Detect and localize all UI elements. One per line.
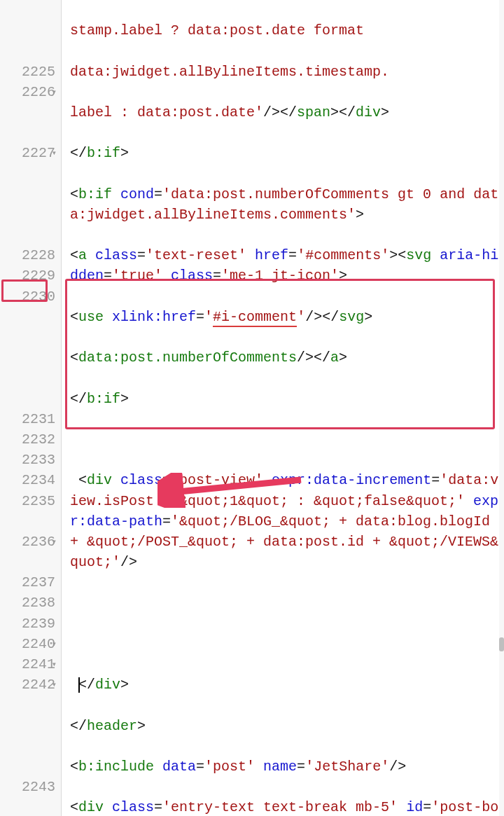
line-number xyxy=(0,20,55,41)
link-text[interactable]: #i-comment xyxy=(213,309,297,327)
line-number xyxy=(0,368,55,388)
line-number xyxy=(0,756,55,777)
line-number xyxy=(0,389,55,409)
line-number: 2243 xyxy=(0,777,55,797)
code-line[interactable] xyxy=(70,634,504,654)
line-number xyxy=(0,511,55,532)
code-line[interactable] xyxy=(70,429,504,450)
line-number[interactable]: 2236 xyxy=(0,532,55,552)
line-number xyxy=(0,205,55,225)
line-number xyxy=(0,347,55,368)
code-line[interactable]: <use xlink:href='#i-comment'/></svg> xyxy=(70,307,504,327)
code-line[interactable]: label : data:post.date'/></span></div> xyxy=(70,102,504,123)
line-number[interactable]: 2240 xyxy=(0,634,55,654)
line-number: 2239 xyxy=(0,614,55,634)
line-number[interactable]: 2242 xyxy=(0,675,55,695)
line-number xyxy=(0,102,55,123)
code-line[interactable]: <div class='entry-text text-break mb-5' … xyxy=(70,797,504,816)
line-number xyxy=(0,123,55,143)
code-editor: 2225 2226 2227 2228 2229 2230 2231 2232 … xyxy=(0,0,504,816)
line-number: 2235 xyxy=(0,491,55,511)
line-number[interactable]: 2227 xyxy=(0,143,55,163)
line-number: 2228 xyxy=(0,245,55,265)
line-number xyxy=(0,327,55,347)
line-number: 2232 xyxy=(0,429,55,450)
line-number: 2234 xyxy=(0,470,55,490)
line-number: 2238 xyxy=(0,593,55,613)
code-line[interactable]: <data:post.numberOfComments/></a> xyxy=(70,347,504,368)
line-number: 2225 xyxy=(0,62,55,82)
line-number xyxy=(0,0,55,20)
line-number: 2231 xyxy=(0,409,55,429)
code-line[interactable]: <b:include data='post' name='JetShare'/> xyxy=(70,756,504,777)
line-number: 2233 xyxy=(0,450,55,470)
code-line[interactable]: stamp.label ? data:post.date format xyxy=(70,20,504,41)
line-number: 2229 xyxy=(0,265,55,286)
line-number xyxy=(0,225,55,245)
code-line[interactable]: </header> xyxy=(70,716,504,736)
code-line[interactable]: </b:if> xyxy=(70,143,504,163)
line-number xyxy=(0,184,55,205)
scrollbar-thumb[interactable] xyxy=(499,637,504,651)
code-line[interactable]: </div> xyxy=(70,675,504,695)
code-line[interactable]: <b:if cond='data:post.numberOfComments g… xyxy=(70,184,504,225)
code-line-highlighted[interactable]: <div class='post-view' expr:data-increme… xyxy=(70,470,504,572)
line-number xyxy=(0,736,55,756)
vertical-scrollbar[interactable] xyxy=(499,0,504,816)
line-number xyxy=(0,164,55,184)
line-number xyxy=(0,695,55,715)
line-number[interactable]: 2226 xyxy=(0,82,55,102)
code-line[interactable] xyxy=(70,593,504,613)
line-number-gutter: 2225 2226 2227 2228 2229 2230 2231 2232 … xyxy=(0,0,62,816)
line-number[interactable]: 2241 xyxy=(0,654,55,675)
line-number: 2230 xyxy=(0,286,55,307)
code-area[interactable]: stamp.label ? data:post.date format data… xyxy=(62,0,504,816)
line-number xyxy=(0,716,55,736)
line-number xyxy=(0,552,55,572)
code-line[interactable]: <a class='text-reset' href='#comments'><… xyxy=(70,245,504,286)
line-number xyxy=(0,307,55,327)
code-line[interactable]: </b:if> xyxy=(70,389,504,409)
line-number xyxy=(0,41,55,61)
line-number: 2237 xyxy=(0,572,55,593)
code-line[interactable]: data:jwidget.allBylineItems.timestamp. xyxy=(70,62,504,82)
